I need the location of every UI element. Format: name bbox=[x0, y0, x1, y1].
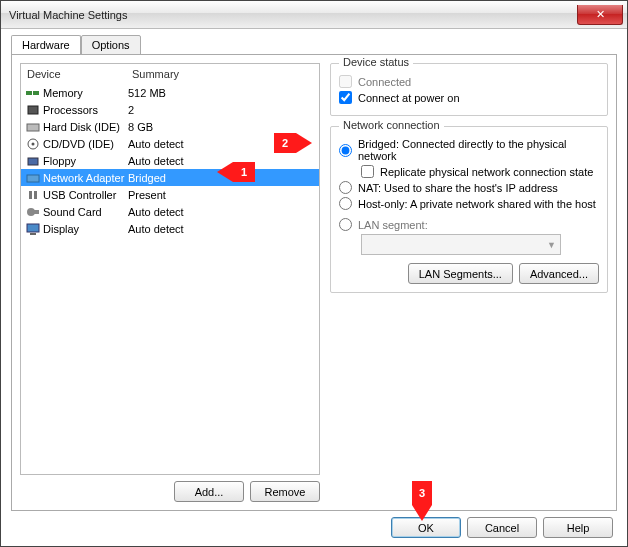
device-status-group: Device status Connected Connect at power… bbox=[330, 63, 608, 116]
client-area: Hardware Options Device Summary Memory51… bbox=[1, 29, 627, 546]
nat-radio[interactable] bbox=[339, 181, 352, 194]
svg-rect-0 bbox=[26, 91, 32, 95]
connected-checkbox[interactable] bbox=[339, 75, 352, 88]
nat-label: NAT: Used to share the host's IP address bbox=[358, 182, 558, 194]
device-summary: 2 bbox=[128, 104, 315, 116]
device-row[interactable]: Processors2 bbox=[21, 101, 319, 118]
device-row[interactable]: FloppyAuto detect bbox=[21, 152, 319, 169]
svg-rect-3 bbox=[27, 124, 39, 131]
device-icon bbox=[25, 120, 41, 134]
svg-point-5 bbox=[32, 142, 35, 145]
tab-options[interactable]: Options bbox=[81, 35, 141, 55]
connect-power-checkbox[interactable] bbox=[339, 91, 352, 104]
device-icon bbox=[25, 154, 41, 168]
device-row[interactable]: Memory512 MB bbox=[21, 84, 319, 101]
network-connection-title: Network connection bbox=[339, 119, 444, 131]
device-summary: Auto detect bbox=[128, 138, 315, 150]
hardware-panel: Device Summary Memory512 MBProcessors2Ha… bbox=[11, 54, 617, 511]
device-icon bbox=[25, 137, 41, 151]
help-button[interactable]: Help bbox=[543, 517, 613, 538]
window-title: Virtual Machine Settings bbox=[9, 9, 577, 21]
device-icon bbox=[25, 188, 41, 202]
dialog-buttons: OK Cancel Help bbox=[11, 511, 617, 538]
svg-point-10 bbox=[27, 208, 35, 216]
close-icon: ✕ bbox=[596, 8, 605, 21]
device-name: Sound Card bbox=[43, 206, 102, 218]
close-button[interactable]: ✕ bbox=[577, 5, 623, 25]
device-name: Processors bbox=[43, 104, 98, 116]
device-summary: Auto detect bbox=[128, 155, 315, 167]
device-name: Memory bbox=[43, 87, 83, 99]
advanced-button[interactable]: Advanced... bbox=[519, 263, 599, 284]
device-summary: Auto detect bbox=[128, 206, 315, 218]
network-connection-group: Network connection Bridged: Connected di… bbox=[330, 126, 608, 293]
device-row[interactable]: Hard Disk (IDE)8 GB bbox=[21, 118, 319, 135]
svg-rect-9 bbox=[34, 191, 37, 199]
device-name: Network Adapter bbox=[43, 172, 124, 184]
tab-bar: Hardware Options bbox=[11, 35, 617, 55]
connected-label: Connected bbox=[358, 76, 411, 88]
device-icon bbox=[25, 86, 41, 100]
device-name: Display bbox=[43, 223, 79, 235]
device-icon bbox=[25, 222, 41, 236]
svg-rect-2 bbox=[28, 106, 38, 114]
hostonly-label: Host-only: A private network shared with… bbox=[358, 198, 596, 210]
device-summary: Present bbox=[128, 189, 315, 201]
titlebar: Virtual Machine Settings ✕ bbox=[1, 1, 627, 29]
cancel-button[interactable]: Cancel bbox=[467, 517, 537, 538]
settings-window: Virtual Machine Settings ✕ Hardware Opti… bbox=[0, 0, 628, 547]
svg-rect-7 bbox=[27, 175, 39, 182]
lan-segment-dropdown[interactable]: ▼ bbox=[361, 234, 561, 255]
svg-rect-6 bbox=[28, 158, 38, 165]
col-device: Device bbox=[27, 68, 132, 80]
device-summary: Bridged bbox=[128, 172, 315, 184]
device-row[interactable]: Network AdapterBridged bbox=[21, 169, 319, 186]
svg-rect-13 bbox=[30, 233, 36, 235]
ok-button[interactable]: OK bbox=[391, 517, 461, 538]
device-list-buttons: Add... Remove bbox=[20, 481, 320, 502]
device-column: Device Summary Memory512 MBProcessors2Ha… bbox=[20, 63, 320, 502]
replicate-label: Replicate physical network connection st… bbox=[380, 166, 593, 178]
bridged-radio[interactable] bbox=[339, 144, 352, 157]
device-row[interactable]: CD/DVD (IDE)Auto detect bbox=[21, 135, 319, 152]
device-name: Floppy bbox=[43, 155, 76, 167]
device-name: USB Controller bbox=[43, 189, 116, 201]
device-name: CD/DVD (IDE) bbox=[43, 138, 114, 150]
device-icon bbox=[25, 171, 41, 185]
svg-rect-8 bbox=[29, 191, 32, 199]
device-summary: 8 GB bbox=[128, 121, 315, 133]
add-button[interactable]: Add... bbox=[174, 481, 244, 502]
svg-rect-11 bbox=[34, 210, 39, 214]
chevron-down-icon: ▼ bbox=[547, 240, 556, 250]
replicate-checkbox[interactable] bbox=[361, 165, 374, 178]
network-adv-buttons: LAN Segments... Advanced... bbox=[339, 263, 599, 284]
device-list-header: Device Summary bbox=[21, 64, 319, 84]
detail-column: Device status Connected Connect at power… bbox=[330, 63, 608, 502]
device-summary: Auto detect bbox=[128, 223, 315, 235]
svg-rect-1 bbox=[33, 91, 39, 95]
device-row[interactable]: DisplayAuto detect bbox=[21, 220, 319, 237]
tab-hardware[interactable]: Hardware bbox=[11, 35, 81, 55]
device-icon bbox=[25, 103, 41, 117]
connect-power-label: Connect at power on bbox=[358, 92, 460, 104]
hostonly-radio[interactable] bbox=[339, 197, 352, 210]
lan-segment-label: LAN segment: bbox=[358, 219, 428, 231]
device-row[interactable]: Sound CardAuto detect bbox=[21, 203, 319, 220]
device-row[interactable]: USB ControllerPresent bbox=[21, 186, 319, 203]
device-icon bbox=[25, 205, 41, 219]
bridged-label: Bridged: Connected directly to the physi… bbox=[358, 138, 599, 162]
lan-segment-radio[interactable] bbox=[339, 218, 352, 231]
device-status-title: Device status bbox=[339, 56, 413, 68]
remove-button[interactable]: Remove bbox=[250, 481, 320, 502]
svg-rect-12 bbox=[27, 224, 39, 232]
device-summary: 512 MB bbox=[128, 87, 315, 99]
device-name: Hard Disk (IDE) bbox=[43, 121, 120, 133]
lan-segments-button[interactable]: LAN Segments... bbox=[408, 263, 513, 284]
col-summary: Summary bbox=[132, 68, 313, 80]
device-list[interactable]: Device Summary Memory512 MBProcessors2Ha… bbox=[20, 63, 320, 475]
